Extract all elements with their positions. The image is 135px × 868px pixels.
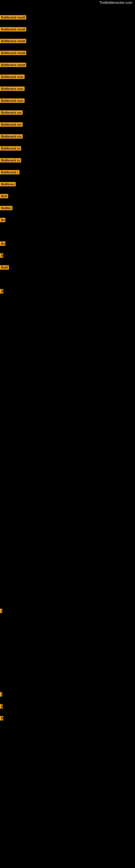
bottleneck-badge-12: Bottleneck re <box>0 146 21 151</box>
bottleneck-badge-21: Bottl <box>0 265 9 270</box>
bottleneck-badge-5: Bottleneck result <box>0 63 26 67</box>
bottleneck-badge-13: Bottleneck re <box>0 158 21 162</box>
bottleneck-badge-19: Bo <box>0 241 5 246</box>
bottleneck-badge-25: E <box>0 704 3 709</box>
bottleneck-badge-17: Bottlen <box>0 206 12 210</box>
bottleneck-badge-18: Bo <box>0 218 5 222</box>
bottleneck-badge-14: Bottleneck r <box>0 170 19 175</box>
bottleneck-badge-8: Bottleneck resu <box>0 98 25 103</box>
bottleneck-badge-4: Bottleneck result <box>0 51 26 55</box>
bottleneck-badge-26: B <box>0 716 3 720</box>
bottleneck-badge-3: Bottleneck result <box>0 39 26 43</box>
bottleneck-badge-16: Bott <box>0 194 8 198</box>
bottleneck-badge-6: Bottleneck resu <box>0 74 25 79</box>
site-title: TheBottlenecker.com <box>99 1 132 5</box>
bottleneck-badge-20: B <box>0 253 3 258</box>
bottleneck-badge-11: Bottleneck res <box>0 134 23 138</box>
bottleneck-badge-7: Bottleneck resu <box>0 87 25 91</box>
bottleneck-badge-23: | <box>0 609 2 613</box>
bottleneck-badge-9: Bottleneck res <box>0 111 23 115</box>
bottleneck-badge-2: Bottleneck result <box>0 27 26 31</box>
bottleneck-badge-15: Bottlenec <box>0 182 16 186</box>
bottleneck-badge-10: Bottleneck res <box>0 122 23 127</box>
bottleneck-badge-24: | <box>0 692 2 696</box>
bottleneck-badge-22: B <box>0 289 3 293</box>
bottleneck-badge-1: Bottleneck result <box>0 15 26 20</box>
